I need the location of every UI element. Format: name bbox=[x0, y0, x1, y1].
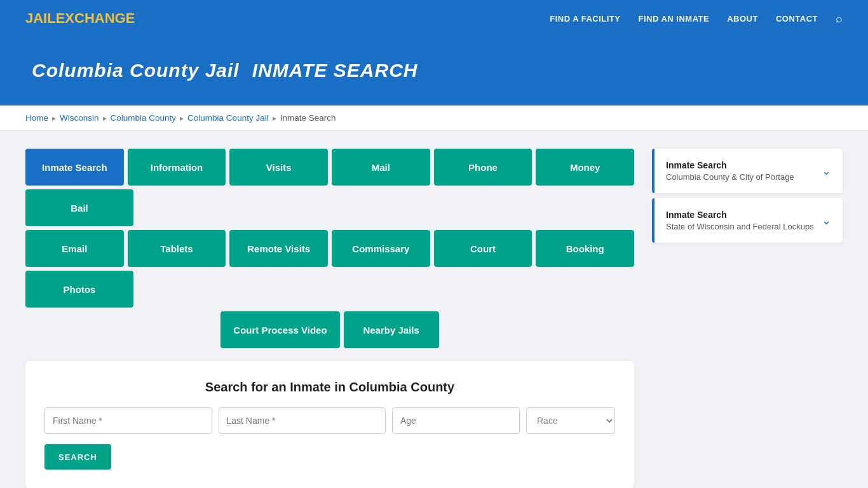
tab-money[interactable]: Money bbox=[536, 149, 634, 186]
tab-photos[interactable]: Photos bbox=[25, 271, 133, 308]
sidebar-item-2-title: Inmate Search bbox=[666, 210, 814, 220]
right-sidebar: Inmate Search Columbia County & City of … bbox=[652, 149, 843, 488]
race-field: Race White Black Hispanic Asian Other bbox=[526, 407, 615, 434]
tab-inmate-search[interactable]: Inmate Search bbox=[25, 149, 124, 186]
tab-tablets[interactable]: Tablets bbox=[128, 230, 226, 267]
tab-booking[interactable]: Booking bbox=[536, 230, 634, 267]
breadcrumb-columbia-county[interactable]: Columbia County bbox=[111, 113, 177, 123]
sidebar-item-2-subtitle: State of Wisconsin and Federal Lockups bbox=[666, 222, 814, 231]
search-title: Search for an Inmate in Columbia County bbox=[44, 380, 615, 395]
main-content: Inmate Search Information Visits Mail Ph… bbox=[0, 131, 868, 488]
search-card: Search for an Inmate in Columbia County … bbox=[25, 361, 634, 488]
search-fields: Race White Black Hispanic Asian Other bbox=[44, 407, 615, 434]
search-button[interactable]: SEARCH bbox=[44, 444, 111, 470]
sidebar-card-1: Inmate Search Columbia County & City of … bbox=[652, 149, 843, 193]
tab-information[interactable]: Information bbox=[128, 149, 226, 186]
sidebar-item-2-text: Inmate Search State of Wisconsin and Fed… bbox=[666, 210, 814, 231]
last-name-input[interactable] bbox=[219, 407, 386, 434]
site-logo[interactable]: JAILEXCHANGE bbox=[25, 10, 135, 27]
breadcrumb-bar: Home ▸ Wisconsin ▸ Columbia County ▸ Col… bbox=[0, 105, 868, 131]
chevron-down-icon-1: ⌄ bbox=[822, 164, 831, 178]
tab-court-process-video[interactable]: Court Process Video bbox=[220, 311, 339, 348]
tab-remote-visits[interactable]: Remote Visits bbox=[229, 230, 328, 267]
tab-nearby-jails[interactable]: Nearby Jails bbox=[344, 311, 439, 348]
left-column: Inmate Search Information Visits Mail Ph… bbox=[25, 149, 634, 488]
logo-jail: JAIL bbox=[25, 10, 56, 26]
tab-bail[interactable]: Bail bbox=[25, 189, 133, 226]
breadcrumb-current: Inmate Search bbox=[280, 113, 336, 123]
breadcrumb-sep-2: ▸ bbox=[103, 114, 107, 123]
tab-phone[interactable]: Phone bbox=[434, 149, 532, 186]
page-title: Columbia County Jail INMATE SEARCH bbox=[25, 56, 843, 83]
tab-mail[interactable]: Mail bbox=[332, 149, 430, 186]
main-nav: FIND A FACILITY FIND AN INMATE ABOUT CON… bbox=[550, 12, 843, 25]
nav-about[interactable]: ABOUT bbox=[727, 14, 758, 24]
tab-court[interactable]: Court bbox=[434, 230, 532, 267]
tabs-row-1: Inmate Search Information Visits Mail Ph… bbox=[25, 149, 634, 226]
breadcrumb-wisconsin[interactable]: Wisconsin bbox=[60, 113, 99, 123]
tabs-row-2: Email Tablets Remote Visits Commissary C… bbox=[25, 230, 634, 308]
sidebar-card-2: Inmate Search State of Wisconsin and Fed… bbox=[652, 198, 843, 243]
sidebar-item-1-text: Inmate Search Columbia County & City of … bbox=[666, 160, 794, 182]
nav-contact[interactable]: CONTACT bbox=[776, 14, 818, 24]
breadcrumb-columbia-county-jail[interactable]: Columbia County Jail bbox=[187, 113, 269, 123]
tab-email[interactable]: Email bbox=[25, 230, 124, 267]
sidebar-item-1-title: Inmate Search bbox=[666, 160, 794, 170]
sidebar-item-1-subtitle: Columbia County & City of Portage bbox=[666, 172, 794, 182]
breadcrumb: Home ▸ Wisconsin ▸ Columbia County ▸ Col… bbox=[25, 113, 843, 123]
nav-find-inmate[interactable]: FIND AN INMATE bbox=[638, 14, 709, 24]
tab-visits[interactable]: Visits bbox=[229, 149, 328, 186]
breadcrumb-sep-4: ▸ bbox=[273, 114, 276, 123]
sidebar-item-1[interactable]: Inmate Search Columbia County & City of … bbox=[652, 149, 843, 193]
age-input[interactable] bbox=[392, 407, 520, 434]
breadcrumb-home[interactable]: Home bbox=[25, 113, 48, 123]
hero-section: Columbia County Jail INMATE SEARCH bbox=[0, 37, 868, 105]
tab-commissary[interactable]: Commissary bbox=[332, 230, 430, 267]
site-header: JAILEXCHANGE FIND A FACILITY FIND AN INM… bbox=[0, 0, 868, 37]
tabs-row-3: Court Process Video Nearby Jails bbox=[25, 311, 634, 348]
breadcrumb-sep-3: ▸ bbox=[180, 114, 184, 123]
sidebar-item-2[interactable]: Inmate Search State of Wisconsin and Fed… bbox=[652, 198, 843, 243]
first-name-input[interactable] bbox=[44, 407, 212, 434]
search-icon[interactable]: ⌕ bbox=[836, 12, 843, 25]
nav-find-facility[interactable]: FIND A FACILITY bbox=[550, 14, 620, 24]
race-select[interactable]: Race White Black Hispanic Asian Other bbox=[526, 407, 615, 434]
logo-exchange: EXCHANGE bbox=[56, 10, 135, 26]
chevron-down-icon-2: ⌄ bbox=[822, 214, 831, 227]
breadcrumb-sep-1: ▸ bbox=[52, 114, 56, 123]
